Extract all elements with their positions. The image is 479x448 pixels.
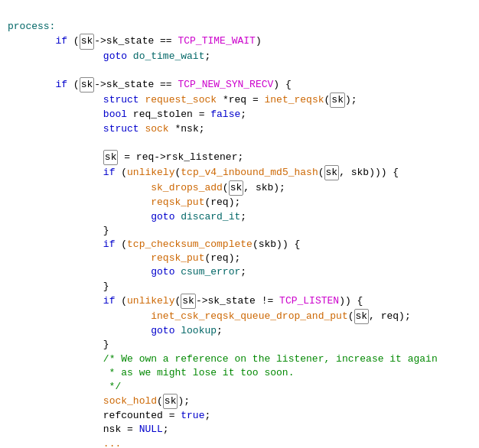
line-3: goto do_time_wait; [8,50,210,62]
line-27: sock_hold(sk); [8,395,190,407]
line-5: if (sk->sk_state == TCP_NEW_SYN_RECV) { [8,79,292,90]
line-13: reqsk_put(req); [8,196,240,208]
line-26: */ [8,381,121,392]
line-10: sk = req->rsk_listener; [8,151,243,163]
line-15: } [8,225,109,236]
line-25: * as we might lose it too soon. [8,367,294,378]
line-7: bool req_stolen = false; [8,109,246,120]
line-22: goto lookup; [8,325,223,336]
line-17: reqsk_put(req); [8,252,240,264]
line-24: /* We own a reference on the listener, i… [8,353,438,365]
line-28: refcounted = true; [8,410,210,421]
line-20: if (unlikely(sk->sk_state != TCP_LISTEN)… [8,295,363,307]
code-display: process: if (sk->sk_state == TCP_TIME_WA… [8,6,479,448]
line-14: goto discard_it; [8,211,246,222]
line-19: } [8,281,109,292]
line-6: struct request_sock *req = inet_reqsk(sk… [8,94,357,106]
line-1: process: [8,21,55,32]
line-12: sk_drops_add(sk, skb); [8,182,285,193]
line-29: nsk = NULL; [8,424,169,435]
line-18: goto csum_error; [8,266,246,278]
line-23: } [8,339,109,350]
line-30: ... [8,438,121,448]
line-8: struct sock *nsk; [8,123,204,135]
line-21: inet_csk_reqsk_queue_drop_and_put(sk, re… [8,310,411,322]
line-16: if (tcp_checksum_complete(skb)) { [8,239,300,250]
line-11: if (unlikely(tcp_v4_inbound_md5_hash(sk,… [8,167,399,178]
line-2: if (sk->sk_state == TCP_TIME_WAIT) [8,35,262,47]
